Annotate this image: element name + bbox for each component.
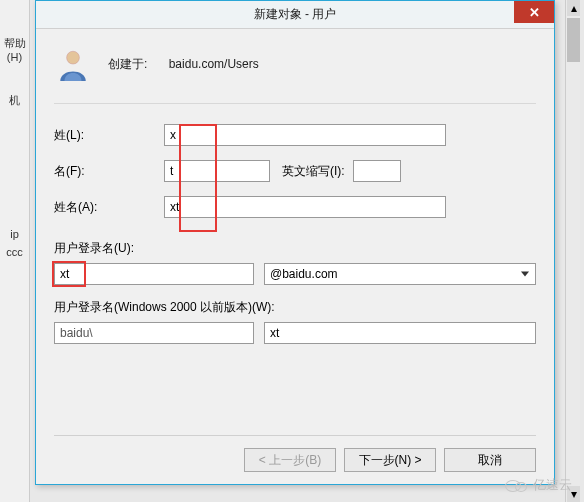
dialog-title: 新建对象 - 用户 (254, 6, 337, 23)
background-panel: 帮助(H) 机 ip ccc (0, 0, 30, 502)
dialog-footer: < 上一步(B) 下一步(N) > 取消 (54, 435, 536, 472)
surname-input[interactable] (164, 124, 446, 146)
logon-name-row: @baidu.com (54, 263, 536, 285)
watermark-text: 亿速云 (533, 476, 572, 494)
svg-point-0 (67, 51, 80, 64)
legacy-logon-label: 用户登录名(Windows 2000 以前版本)(W): (54, 299, 536, 316)
bg-text-cc: ccc (0, 246, 29, 258)
created-in-path: baidu.com/Users (169, 57, 259, 71)
domain-selected-value: @baidu.com (270, 267, 338, 281)
fullname-row: 姓名(A): (54, 196, 536, 218)
close-icon: ✕ (529, 5, 540, 20)
bg-text-ip: ip (0, 228, 29, 240)
back-button: < 上一步(B) (244, 448, 336, 472)
help-menu[interactable]: 帮助(H) (0, 36, 29, 63)
given-name-row: 名(F): 英文缩写(I): (54, 160, 536, 182)
titlebar: 新建对象 - 用户 ✕ (36, 1, 554, 29)
created-in-label: 创建于: (108, 57, 147, 71)
watermark: 亿速云 (505, 476, 572, 494)
divider (54, 103, 536, 104)
chevron-down-icon (521, 272, 529, 277)
domain-select[interactable]: @baidu.com (264, 263, 536, 285)
initials-input[interactable] (353, 160, 401, 182)
watermark-logo-icon (505, 477, 529, 493)
legacy-logon-input[interactable] (264, 322, 536, 344)
surname-label: 姓(L): (54, 127, 164, 144)
created-in-row: 创建于: baidu.com/Users (54, 47, 536, 81)
background-scrollbar[interactable]: ▴ ▾ (565, 0, 580, 502)
close-button[interactable]: ✕ (514, 1, 554, 23)
created-in: 创建于: baidu.com/Users (108, 56, 259, 73)
cancel-button[interactable]: 取消 (444, 448, 536, 472)
scroll-thumb[interactable] (567, 18, 580, 62)
fullname-label: 姓名(A): (54, 199, 164, 216)
logon-name-input[interactable] (54, 263, 254, 285)
logon-name-label: 用户登录名(U): (54, 240, 536, 257)
fullname-input[interactable] (164, 196, 446, 218)
given-name-label: 名(F): (54, 163, 164, 180)
bg-text-machine: 机 (0, 93, 29, 108)
legacy-logon-row (54, 322, 536, 344)
user-icon (56, 47, 90, 81)
given-name-input[interactable] (164, 160, 270, 182)
surname-row: 姓(L): (54, 124, 536, 146)
name-fields-group: 姓(L): 名(F): 英文缩写(I): 姓名(A): (54, 124, 536, 232)
scroll-up-icon[interactable]: ▴ (567, 0, 580, 16)
initials-label: 英文缩写(I): (282, 163, 345, 180)
next-button[interactable]: 下一步(N) > (344, 448, 436, 472)
dialog-content: 创建于: baidu.com/Users 姓(L): 名(F): 英文缩写(I)… (36, 29, 554, 484)
legacy-domain-prefix (54, 322, 254, 344)
new-user-dialog: 新建对象 - 用户 ✕ 创建于: baidu.com/Users 姓(L): (35, 0, 555, 485)
